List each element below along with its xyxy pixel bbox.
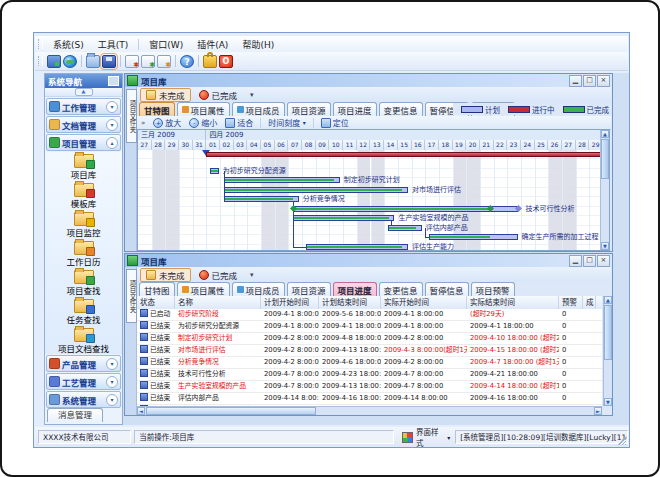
- table-horizontal-scrollbar[interactable]: ◄ ►: [137, 406, 602, 415]
- report-edit-icon[interactable]: [141, 55, 155, 68]
- scroll-left-icon[interactable]: ◄: [137, 407, 145, 415]
- ui-style-icon[interactable]: [402, 432, 413, 443]
- chevron-down-icon[interactable]: ▾: [250, 91, 254, 99]
- scroll-down-icon[interactable]: ▼: [604, 398, 612, 406]
- sidebar-group-1[interactable]: 文档管理▾: [46, 116, 121, 133]
- remote-desktop-icon[interactable]: [47, 55, 61, 68]
- gantt-panel-titlebar[interactable]: 项目库 ▁ □ ×: [125, 74, 612, 87]
- maximize-icon[interactable]: □: [583, 255, 596, 267]
- table-row[interactable]: 已启动初步研究阶段2009-4-1 8:00:002009-5-6 18:00:…: [137, 309, 602, 321]
- column-header-1[interactable]: 名称: [175, 296, 261, 309]
- minimize-icon[interactable]: ▁: [569, 255, 582, 267]
- gantt-bar[interactable]: [293, 206, 518, 212]
- view-tab-5[interactable]: 变更信息: [379, 282, 423, 296]
- save-icon[interactable]: [102, 55, 116, 68]
- gantt-bar[interactable]: [306, 244, 408, 250]
- tab-unfinished[interactable]: 未完成: [140, 88, 191, 102]
- chevron-up-icon[interactable]: ▴: [106, 137, 118, 149]
- sidebar-item-0[interactable]: 项目库: [45, 152, 122, 181]
- table-row[interactable]: 已结束评估内部产品2009-4-14 8:00:002009-4-16 18:0…: [137, 393, 602, 405]
- ui-style-dropdown[interactable]: 界面样式: [416, 426, 445, 448]
- chevron-down-icon[interactable]: ▾: [106, 358, 118, 370]
- menubar-grip[interactable]: [38, 39, 43, 49]
- sidebar-group-2[interactable]: 项目管理▴: [46, 134, 121, 151]
- tab-project-folder[interactable]: 项目文件夹: [126, 269, 137, 323]
- view-tab-4[interactable]: 项目进度: [333, 282, 377, 296]
- view-tab-2[interactable]: 项目成员: [232, 102, 285, 116]
- view-tab-1[interactable]: 项目属性: [177, 102, 230, 116]
- gantt-bar[interactable]: [293, 215, 395, 221]
- sidebar-options-icon[interactable]: [108, 76, 119, 86]
- column-header-7[interactable]: 成: [583, 296, 596, 309]
- table-row[interactable]: 已结束制定初步研究计划2009-4-2 8:00:002009-4-8 18:0…: [137, 333, 602, 345]
- minimize-icon[interactable]: ▁: [569, 75, 582, 87]
- column-header-4[interactable]: 实际开始时间: [381, 296, 467, 309]
- gantt-bar-project[interactable]: [206, 152, 600, 157]
- menu-item-2[interactable]: 窗口(W): [142, 36, 190, 53]
- table-row[interactable]: 已结束技术可行性分析2009-4-7 8:00:002009-4-23 18:0…: [137, 369, 602, 381]
- close-icon[interactable]: ×: [597, 75, 610, 87]
- menu-item-1[interactable]: 工具(T): [91, 36, 136, 53]
- view-tab-3[interactable]: 项目资源: [287, 282, 331, 296]
- menu-item-0[interactable]: 系统(S): [46, 36, 91, 53]
- view-tab-0[interactable]: 甘特图: [139, 282, 175, 296]
- chevron-up-icon[interactable]: ▲: [75, 88, 93, 96]
- tab-unfinished[interactable]: 未完成: [140, 268, 191, 282]
- sidebar-item-3[interactable]: 工作日历: [45, 239, 122, 268]
- sidebar-item-1[interactable]: 模板库: [45, 181, 122, 210]
- view-tab-5[interactable]: 变更信息: [379, 102, 423, 116]
- column-header-2[interactable]: 计划开始时间: [261, 296, 319, 309]
- chevron-down-icon[interactable]: ▾: [106, 119, 118, 131]
- overflow-chevron-icon[interactable]: »: [141, 119, 145, 127]
- table-panel-titlebar[interactable]: 项目库 ▁ □ ×: [125, 254, 612, 267]
- view-tab-2[interactable]: 项目成员: [232, 282, 285, 296]
- chevron-down-icon[interactable]: ▾: [106, 376, 118, 388]
- gantt-bar[interactable]: [210, 168, 218, 174]
- column-header-6[interactable]: 预警: [559, 296, 583, 309]
- fit-button[interactable]: 适合: [221, 117, 257, 128]
- sidebar-item-2[interactable]: 项目监控: [45, 210, 122, 239]
- sidebar-item-5[interactable]: 任务查找: [45, 297, 122, 326]
- chevron-down-icon[interactable]: ▾: [447, 434, 450, 441]
- column-header-3[interactable]: 计划结束时间: [319, 296, 381, 309]
- menu-item-3[interactable]: 插件(A): [190, 36, 235, 53]
- table-row[interactable]: 已结束对市场进行评估2009-4-2 8:00:002009-4-13 18:0…: [137, 345, 602, 357]
- view-tab-7[interactable]: 项目预警: [471, 282, 515, 296]
- tab-finished[interactable]: 已完成: [194, 269, 243, 281]
- report-new-icon[interactable]: [125, 55, 139, 68]
- table-vertical-scrollbar[interactable]: ▲ ▼: [603, 296, 612, 406]
- sidebar-group-0[interactable]: 工作管理▾: [46, 98, 121, 115]
- chevron-down-icon[interactable]: ▾: [106, 101, 118, 113]
- scroll-down-icon[interactable]: ▼: [601, 242, 609, 250]
- chevron-down-icon[interactable]: ▾: [250, 271, 254, 279]
- sidebar-item-4[interactable]: 项目查找: [45, 268, 122, 297]
- sidebar-group-0[interactable]: 产品管理▾: [46, 355, 121, 372]
- sidebar-group-2[interactable]: 系统管理▾: [46, 391, 121, 408]
- exit-icon[interactable]: O: [219, 55, 233, 68]
- view-tab-4[interactable]: 项目进度: [333, 102, 377, 116]
- zoom-in-button[interactable]: +放大: [149, 117, 185, 128]
- view-tab-6[interactable]: 暂停信息: [425, 282, 469, 296]
- folder-open-icon[interactable]: [86, 55, 100, 68]
- view-tab-0[interactable]: 甘特图: [139, 102, 175, 116]
- tab-message-management[interactable]: 消息管理: [47, 408, 103, 422]
- chevron-down-icon[interactable]: ▾: [106, 394, 118, 406]
- report-delete-icon[interactable]: [157, 55, 171, 68]
- tab-finished[interactable]: 已完成: [194, 89, 243, 101]
- maximize-icon[interactable]: □: [583, 75, 596, 87]
- view-tab-1[interactable]: 项目属性: [177, 282, 230, 296]
- gantt-bar[interactable]: [429, 234, 517, 240]
- gantt-bar[interactable]: [224, 187, 408, 193]
- column-header-0[interactable]: 状态: [137, 296, 175, 309]
- help-icon[interactable]: ?: [180, 55, 194, 68]
- table-row[interactable]: 已结束为初步研究分配资源2009-4-1 8:00:002009-4-1 18:…: [137, 321, 602, 333]
- toolbar-grip[interactable]: [38, 56, 43, 66]
- table-row[interactable]: 已结束分析竞争情况2009-4-2 8:00:002009-4-6 18:00:…: [137, 357, 602, 369]
- zoom-out-button[interactable]: -缩小: [185, 117, 221, 128]
- gantt-bar[interactable]: [224, 196, 299, 202]
- table-row[interactable]: 已结束生产实验室规模的产品2009-4-7 8:00:002009-4-13 1…: [137, 381, 602, 393]
- scroll-up-icon[interactable]: ▲: [601, 130, 609, 138]
- scroll-thumb[interactable]: [146, 407, 316, 415]
- resize-grip[interactable]: [618, 437, 626, 445]
- gantt-bar[interactable]: [388, 225, 422, 231]
